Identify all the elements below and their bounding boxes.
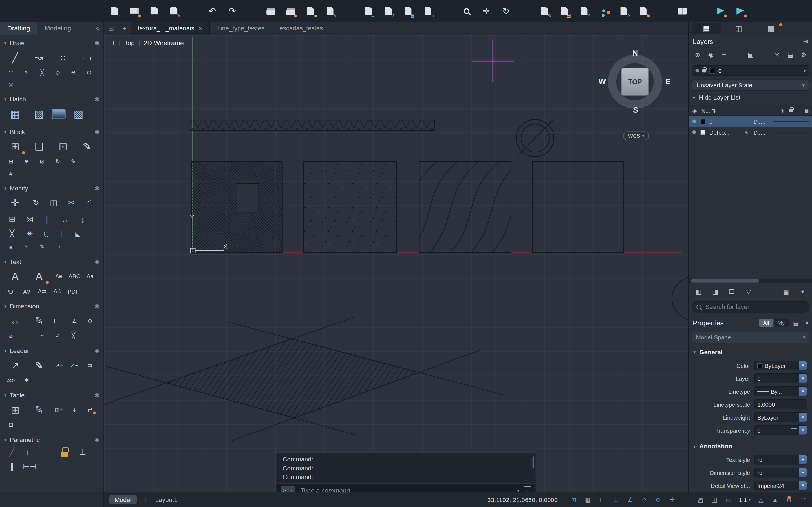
- new-layer-icon[interactable]: ⊕: [692, 49, 703, 60]
- ortho-icon[interactable]: ⊥: [611, 495, 620, 504]
- layer-lineweight[interactable]: De...: [754, 129, 769, 135]
- section-header-leader[interactable]: ▾Leader✱: [3, 346, 100, 355]
- find-text-tool[interactable]: A?: [20, 286, 33, 297]
- annotation-tools-button[interactable]: A: [616, 3, 631, 18]
- offset-tool[interactable]: ∥: [40, 213, 55, 226]
- stipple-hatch-square[interactable]: [303, 161, 396, 252]
- share-icon[interactable]: ↑: [523, 487, 531, 493]
- compass-east[interactable]: E: [665, 77, 670, 86]
- insert-content-button[interactable]: →: [361, 3, 376, 18]
- visibility-column-icon[interactable]: ◉: [692, 108, 697, 114]
- layer-lineweight[interactable]: De...: [754, 118, 769, 124]
- compass-south[interactable]: S: [633, 106, 638, 114]
- define-attribute-tool[interactable]: ✎: [76, 138, 98, 155]
- layer-row[interactable]: Defpo... ☀ De...: [689, 127, 812, 138]
- collapse-palette-icon[interactable]: «: [92, 22, 103, 35]
- dimension-style-tool[interactable]: ✎: [28, 312, 50, 330]
- table-style-tool[interactable]: ✎: [28, 401, 50, 418]
- crosshatch-tool[interactable]: ▨: [28, 105, 50, 122]
- stretch-tool[interactable]: ↔: [57, 213, 73, 226]
- import-pdf-tool[interactable]: PDF: [66, 286, 80, 297]
- gradient-tool[interactable]: [52, 109, 66, 119]
- insert-field-tool[interactable]: ⊕: [20, 156, 33, 167]
- columns-icon[interactable]: ▦: [780, 286, 792, 297]
- mtext-tool[interactable]: A: [4, 268, 26, 285]
- align-tool[interactable]: ≡: [4, 242, 18, 252]
- section-settings-icon[interactable]: ✱: [95, 436, 100, 443]
- markup-button[interactable]: ✎: [636, 3, 651, 18]
- compass-north[interactable]: N: [632, 49, 638, 57]
- scale-tool[interactable]: ↕: [75, 213, 91, 226]
- list-menu-icon[interactable]: ≣: [804, 108, 809, 114]
- data-link-tool[interactable]: ⇄: [83, 404, 97, 415]
- dimension-break-tool[interactable]: ╳: [66, 331, 80, 342]
- horizontal-constraint-tool[interactable]: ─: [40, 445, 55, 459]
- general-section-header[interactable]: ▾ General: [689, 348, 812, 357]
- plot-button[interactable]: [263, 3, 278, 18]
- annotation-autoscale-icon[interactable]: ▲: [770, 495, 779, 504]
- collapse-panel-icon[interactable]: ⇥: [803, 38, 808, 45]
- merge-layers-icon[interactable]: ≡: [758, 49, 770, 60]
- isolate-layer-icon[interactable]: ◧: [693, 286, 704, 297]
- wcs-selector[interactable]: WCS ▾: [623, 131, 649, 140]
- align-leaders-tool[interactable]: ⇉: [83, 360, 97, 371]
- property-value-field[interactable]: ByLayer ▾: [754, 412, 807, 422]
- compass-cube[interactable]: TOP: [621, 68, 649, 96]
- boundary-hatch-tool[interactable]: ▩: [68, 105, 90, 122]
- mirror-tool[interactable]: ⋈: [22, 213, 38, 226]
- new-layout-icon[interactable]: +: [144, 496, 148, 504]
- layer-row[interactable]: 0 De...: [689, 116, 812, 127]
- section-settings-icon[interactable]: ✱: [95, 96, 100, 103]
- chevron-down-icon[interactable]: ▾: [799, 374, 807, 383]
- chevron-down-icon[interactable]: ▾: [799, 413, 807, 421]
- fix-constraint-tool[interactable]: [57, 445, 73, 459]
- filter-my-button[interactable]: My: [773, 319, 789, 327]
- layer-visibility-icon[interactable]: ◉: [705, 49, 717, 60]
- diameter-dimension-tool[interactable]: ⌀: [4, 331, 18, 342]
- parallel-constraint-tool[interactable]: ∥: [4, 460, 20, 473]
- construction-line-tool[interactable]: ╳: [36, 67, 49, 78]
- command-prompt-icon[interactable]: >_▾: [281, 487, 295, 493]
- viewport-menu-icon[interactable]: +: [111, 40, 115, 47]
- chevron-down-icon[interactable]: ▾: [799, 455, 807, 464]
- circle-target-symbol[interactable]: [516, 119, 554, 157]
- section-header-parametric[interactable]: ▾Parametric✱: [3, 435, 100, 445]
- spell-check-tool[interactable]: ABC: [68, 271, 81, 282]
- array-tool[interactable]: ⊞: [4, 213, 20, 226]
- snap-icon[interactable]: ▦: [583, 495, 593, 504]
- freeze-icon[interactable]: ☀: [743, 129, 749, 135]
- property-value-field[interactable]: rd ▾: [754, 455, 807, 464]
- polyline-tool[interactable]: ↝: [28, 49, 50, 66]
- move-tool[interactable]: ✛: [4, 194, 26, 212]
- property-value-field[interactable]: rd ▾: [754, 467, 807, 477]
- angular-dimension-tool[interactable]: ∠: [68, 315, 81, 326]
- object-snap-icon[interactable]: ⊙: [654, 495, 663, 504]
- annotation-scale-control[interactable]: 1:1▾: [739, 497, 751, 503]
- export-pdf-tool[interactable]: PDF: [4, 286, 18, 297]
- close-tab-icon[interactable]: ×: [199, 25, 202, 32]
- collaborate-button[interactable]: [732, 3, 748, 18]
- radius-dimension-tool[interactable]: ⊙: [83, 315, 97, 326]
- pin-panel-icon[interactable]: ⇥: [803, 319, 808, 327]
- palette-menu-icon[interactable]: ≡: [30, 495, 40, 504]
- section-settings-icon[interactable]: ✱: [95, 303, 100, 309]
- layer-states-icon[interactable]: ▤: [784, 49, 796, 60]
- zigzag-hatch-bar[interactable]: [190, 120, 435, 130]
- merge-cells-tool[interactable]: ⊟: [4, 420, 18, 431]
- viewport-view-control[interactable]: Top: [124, 40, 135, 47]
- table-export-tool[interactable]: ↧: [68, 404, 81, 415]
- reference-manager-button[interactable]: ▤: [557, 3, 572, 18]
- collect-leaders-tool[interactable]: ⋙: [4, 375, 18, 386]
- section-settings-icon[interactable]: ✱: [95, 258, 100, 265]
- erase-tool[interactable]: ╳: [4, 227, 20, 240]
- herringbone-hatch-square[interactable]: [192, 161, 282, 252]
- block-editor-tool[interactable]: ⊡: [52, 138, 74, 155]
- view-compass[interactable]: TOP N W E S: [603, 50, 667, 114]
- orbit-button[interactable]: ↻: [498, 3, 514, 18]
- tab-overview-icon[interactable]: ⊞: [104, 22, 118, 35]
- fillet-tool[interactable]: ◜: [81, 196, 97, 210]
- circle-tool[interactable]: ○: [52, 49, 74, 66]
- insert-block-tool[interactable]: ⊞: [4, 138, 26, 155]
- insert-table-rows-tool[interactable]: ⊞+: [52, 404, 66, 415]
- export-button[interactable]: ↓: [420, 3, 436, 18]
